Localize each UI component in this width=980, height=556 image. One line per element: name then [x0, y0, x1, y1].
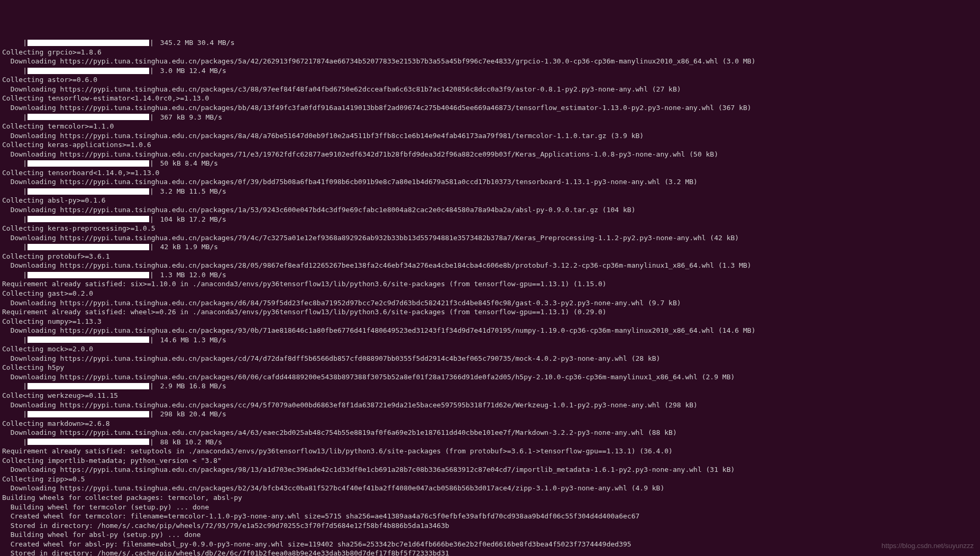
progress-pipe-right: |	[150, 66, 154, 76]
terminal-line: Building wheels for collected packages: …	[2, 493, 978, 503]
progress-info: 14.6 MB 1.3 MB/s	[156, 335, 226, 345]
progress-bar-fill	[28, 68, 149, 74]
progress-info: 367 kB 9.3 MB/s	[156, 113, 222, 122]
progress-info: 3.0 MB 12.4 MB/s	[156, 66, 226, 76]
terminal-line: Downloading https://pypi.tuna.tsinghua.e…	[2, 298, 978, 308]
progress-indent	[2, 409, 23, 419]
progress-pipe-left: |	[23, 38, 27, 48]
progress-info: 88 kB 10.2 MB/s	[156, 437, 222, 447]
terminal-line: Created wheel for absl-py: filename=absl…	[2, 540, 978, 549]
terminal-line: Collecting h5py	[2, 363, 978, 372]
progress-pipe-right: |	[150, 38, 154, 48]
terminal-line: Downloading https://pypi.tuna.tsinghua.e…	[2, 205, 978, 215]
progress-info: 3.2 MB 11.5 MB/s	[156, 187, 226, 196]
progress-pipe-left: |	[23, 270, 27, 280]
progress-pipe-left: |	[23, 113, 27, 122]
progress-indent	[2, 187, 23, 196]
terminal-line: Downloading https://pypi.tuna.tsinghua.e…	[2, 354, 978, 363]
terminal-line: Collecting numpy>=1.13.3	[2, 317, 978, 326]
terminal-line: Collecting keras-preprocessing>=1.0.5	[2, 224, 978, 233]
progress-pipe-right: |	[150, 381, 154, 391]
progress-bar-fill	[28, 160, 149, 167]
progress-pipe-right: |	[150, 335, 154, 345]
progress-pipe-right: |	[150, 159, 154, 168]
terminal-line: Downloading https://pypi.tuna.tsinghua.e…	[2, 233, 978, 243]
progress-pipe-left: |	[23, 437, 27, 447]
progress-pipe-right: |	[150, 270, 154, 280]
terminal-line: Collecting protobuf>=3.6.1	[2, 252, 978, 261]
progress-bar-fill	[28, 383, 149, 389]
progress-indent	[2, 381, 23, 391]
progress-indent	[2, 242, 23, 252]
progress-pipe-left: |	[23, 187, 27, 196]
progress-indent	[2, 335, 23, 345]
progress-bar-row: || 14.6 MB 1.3 MB/s	[2, 335, 978, 345]
progress-pipe-right: |	[150, 242, 154, 252]
terminal-line: Collecting astor>=0.6.0	[2, 75, 978, 85]
progress-pipe-left: |	[23, 409, 27, 419]
terminal-line: Requirement already satisfied: wheel>=0.…	[2, 307, 978, 317]
terminal-line: Downloading https://pypi.tuna.tsinghua.e…	[2, 131, 978, 141]
terminal-line: Building wheel for termcolor (setup.py) …	[2, 503, 978, 512]
progress-bar-row: || 1.3 MB 12.0 MB/s	[2, 270, 978, 280]
progress-bar-fill	[28, 114, 149, 120]
terminal-line: Downloading https://pypi.tuna.tsinghua.e…	[2, 484, 978, 493]
progress-pipe-left: |	[23, 381, 27, 391]
progress-pipe-right: |	[150, 409, 154, 419]
progress-pipe-left: |	[23, 66, 27, 76]
terminal-line: Collecting tensorflow-estimator<1.14.0rc…	[2, 94, 978, 103]
progress-info: 50 kB 8.4 MB/s	[156, 159, 218, 168]
terminal-line: Requirement already satisfied: six>=1.10…	[2, 279, 978, 289]
terminal-line: Building wheel for absl-py (setup.py) ..…	[2, 530, 978, 540]
progress-bar-fill	[28, 188, 149, 195]
progress-indent	[2, 215, 23, 224]
terminal-line: Created wheel for termcolor: filename=te…	[2, 512, 978, 521]
progress-bar-row: || 345.2 MB 30.4 MB/s	[2, 38, 978, 48]
terminal-line: Collecting importlib-metadata; python_ve…	[2, 456, 978, 466]
progress-bar-fill	[28, 272, 149, 278]
progress-bar-fill	[28, 40, 149, 46]
progress-bar-row: || 3.0 MB 12.4 MB/s	[2, 66, 978, 76]
terminal-line: Collecting grpcio>=1.8.6	[2, 48, 978, 57]
progress-indent	[2, 270, 23, 280]
terminal-line: Downloading https://pypi.tuna.tsinghua.e…	[2, 177, 978, 187]
progress-bar-row: || 50 kB 8.4 MB/s	[2, 159, 978, 168]
terminal-line: Stored in directory: /home/s/.cache/pip/…	[2, 521, 978, 531]
progress-pipe-right: |	[150, 187, 154, 196]
progress-bar-row: || 88 kB 10.2 MB/s	[2, 437, 978, 447]
progress-bar-fill	[28, 439, 149, 445]
progress-info: 42 kB 1.9 MB/s	[156, 242, 218, 252]
progress-info: 2.9 MB 16.8 MB/s	[156, 381, 226, 391]
terminal-line: Collecting zipp>=0.5	[2, 475, 978, 484]
progress-indent	[2, 159, 23, 168]
terminal-line: Collecting werkzeug>=0.11.15	[2, 391, 978, 400]
progress-info: 104 kB 17.2 MB/s	[156, 215, 226, 224]
terminal-line: Collecting mock>=2.0.0	[2, 344, 978, 354]
terminal-line: Collecting keras-applications>=1.0.6	[2, 140, 978, 150]
progress-pipe-right: |	[150, 215, 154, 224]
progress-pipe-right: |	[150, 437, 154, 447]
progress-indent	[2, 113, 23, 122]
terminal-line: Downloading https://pypi.tuna.tsinghua.e…	[2, 400, 978, 410]
terminal-line: Collecting markdown>=2.6.8	[2, 419, 978, 429]
terminal-line: Downloading https://pypi.tuna.tsinghua.e…	[2, 57, 978, 66]
terminal-line: Downloading https://pypi.tuna.tsinghua.e…	[2, 372, 978, 382]
terminal-line: Stored in directory: /home/s/.cache/pip/…	[2, 549, 978, 556]
terminal-line: Downloading https://pypi.tuna.tsinghua.e…	[2, 103, 978, 113]
progress-pipe-left: |	[23, 159, 27, 168]
progress-bar-fill	[28, 336, 149, 343]
progress-bar-row: || 298 kB 20.4 MB/s	[2, 409, 978, 419]
terminal-line: Downloading https://pypi.tuna.tsinghua.e…	[2, 428, 978, 437]
terminal-line: Downloading https://pypi.tuna.tsinghua.e…	[2, 85, 978, 94]
progress-info: 298 kB 20.4 MB/s	[156, 409, 226, 419]
progress-pipe-left: |	[23, 335, 27, 345]
progress-bar-fill	[28, 216, 149, 222]
progress-bar-row: || 367 kB 9.3 MB/s	[2, 113, 978, 122]
progress-pipe-left: |	[23, 242, 27, 252]
terminal-line: Requirement already satisfied: setuptool…	[2, 446, 978, 456]
progress-indent	[2, 437, 23, 447]
terminal-output[interactable]: || 345.2 MB 30.4 MB/sCollecting grpcio>=…	[2, 38, 978, 556]
progress-info: 1.3 MB 12.0 MB/s	[156, 270, 226, 280]
progress-bar-row: || 42 kB 1.9 MB/s	[2, 242, 978, 252]
terminal-line: Collecting termcolor>=1.1.0	[2, 122, 978, 131]
